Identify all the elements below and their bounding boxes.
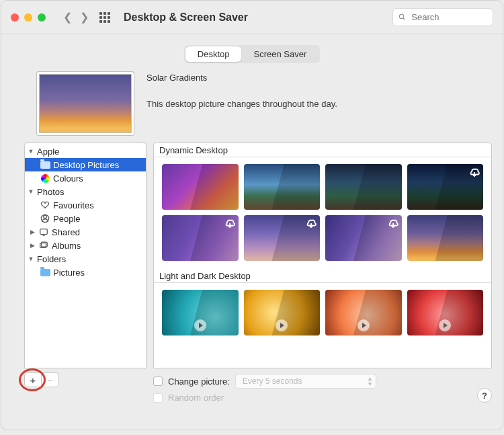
- close-window-button[interactable]: [11, 13, 19, 22]
- tree-group-folders[interactable]: ▼ Folders: [25, 252, 146, 266]
- zoom-window-button[interactable]: [38, 13, 46, 22]
- random-order-label: Random order: [168, 393, 224, 403]
- tree-item-label: People: [53, 214, 80, 224]
- tree-group-photos[interactable]: ▼ Photos: [25, 185, 146, 198]
- search-field[interactable]: [392, 8, 493, 26]
- svg-rect-4: [40, 229, 48, 235]
- search-icon: [398, 13, 406, 22]
- download-icon: [387, 218, 399, 230]
- section-header-dynamic: Dynamic Desktop: [154, 143, 491, 157]
- tab-desktop[interactable]: Desktop: [185, 46, 242, 62]
- tree-item-shared[interactable]: ▶ Shared: [25, 225, 146, 239]
- tabs-row: Desktop Screen Saver: [1, 34, 503, 69]
- change-picture-row: Change picture: Every 5 seconds ▴▾: [153, 374, 465, 389]
- wallpaper-thumb[interactable]: [244, 290, 321, 335]
- disclosure-icon: ▼: [28, 255, 34, 262]
- wallpaper-thumb[interactable]: [325, 215, 402, 261]
- wallpaper-thumb[interactable]: [244, 164, 321, 210]
- svg-line-1: [403, 18, 405, 20]
- current-desktop-desc: This desktop picture changes throughout …: [146, 99, 337, 109]
- nav-buttons: ❮ ❯: [63, 11, 89, 24]
- forward-button[interactable]: ❯: [80, 11, 89, 24]
- play-icon: [439, 319, 451, 331]
- remove-folder-button[interactable]: −: [42, 372, 59, 387]
- tree-group-apple[interactable]: ▼ Apple: [25, 145, 146, 158]
- tree-item-albums[interactable]: ▶ Albums: [25, 239, 146, 252]
- bottom-controls: + − Change picture: Every 5 seconds ▴▾ R…: [1, 368, 503, 408]
- change-picture-label: Change picture:: [168, 377, 230, 387]
- tab-group: Desktop Screen Saver: [184, 45, 320, 63]
- change-picture-checkbox[interactable]: [153, 377, 163, 386]
- content-split: ▼ Apple Desktop Pictures Colours ▼ Photo…: [1, 143, 503, 368]
- lightdark-thumb-grid: [154, 283, 491, 344]
- disclosure-icon: ▼: [28, 188, 34, 195]
- search-input[interactable]: [410, 11, 487, 23]
- select-value: Every 5 seconds: [243, 377, 302, 386]
- disclosure-icon: ▶: [29, 229, 36, 235]
- tree-group-label: Apple: [37, 147, 59, 157]
- chroma-icon: [40, 174, 50, 183]
- wallpaper-thumb[interactable]: [325, 164, 402, 210]
- play-icon: [358, 319, 370, 331]
- download-icon: [224, 218, 236, 230]
- wallpaper-thumb[interactable]: [407, 290, 484, 335]
- wallpaper-thumb[interactable]: [162, 164, 239, 210]
- tree-item-label: Colours: [53, 173, 83, 184]
- add-remove-group: + −: [24, 372, 146, 387]
- section-header-lightdark: Light and Dark Desktop: [154, 269, 491, 283]
- random-order-checkbox: [153, 393, 163, 403]
- download-icon: [305, 218, 317, 230]
- current-desktop-name: Solar Gradients: [146, 73, 337, 83]
- source-tree: ▼ Apple Desktop Pictures Colours ▼ Photo…: [25, 143, 146, 280]
- tree-item-label: Pictures: [53, 268, 85, 278]
- system-preferences-window: ❮ ❯ Desktop & Screen Saver Desktop Scree…: [1, 0, 503, 430]
- change-picture-options: Change picture: Every 5 seconds ▴▾ Rando…: [153, 372, 465, 403]
- back-button[interactable]: ❮: [63, 11, 72, 24]
- preview-text: Solar Gradients This desktop picture cha…: [146, 71, 337, 136]
- svg-point-0: [399, 14, 403, 18]
- tree-item-colours[interactable]: Colours: [25, 171, 146, 185]
- disclosure-icon: ▼: [28, 148, 34, 155]
- wallpaper-grid-panel[interactable]: Dynamic Desktop Light and Da: [153, 143, 492, 368]
- play-icon: [194, 319, 206, 331]
- minimize-window-button[interactable]: [24, 13, 32, 22]
- show-all-prefs-button[interactable]: [99, 12, 110, 23]
- tree-item-desktop-pictures[interactable]: Desktop Pictures: [25, 158, 146, 171]
- tab-screensaver[interactable]: Screen Saver: [241, 46, 319, 62]
- help-button[interactable]: ?: [477, 388, 492, 403]
- tree-item-label: Shared: [52, 227, 80, 237]
- current-desktop-preview: [36, 71, 134, 136]
- random-order-row: Random order: [153, 393, 465, 403]
- svg-point-2: [44, 215, 47, 219]
- disclosure-icon: ▶: [29, 242, 36, 249]
- wallpaper-thumb[interactable]: [162, 290, 239, 335]
- tree-group-label: Photos: [37, 187, 64, 197]
- dynamic-thumb-grid: [154, 157, 491, 269]
- album-icon: [38, 241, 49, 250]
- wallpaper-thumb[interactable]: [407, 215, 484, 261]
- play-icon: [276, 319, 288, 331]
- pane-title: Desktop & Screen Saver: [124, 11, 248, 24]
- source-sidebar[interactable]: ▼ Apple Desktop Pictures Colours ▼ Photo…: [24, 143, 146, 368]
- tree-item-people[interactable]: People: [25, 212, 146, 225]
- tree-group-label: Folders: [37, 254, 66, 264]
- wallpaper-thumb[interactable]: [162, 215, 239, 261]
- shared-icon: [38, 227, 49, 237]
- tree-item-label: Desktop Pictures: [53, 160, 119, 170]
- titlebar: ❮ ❯ Desktop & Screen Saver: [1, 1, 503, 34]
- tree-item-pictures[interactable]: Pictures: [25, 266, 146, 279]
- wallpaper-thumb[interactable]: [325, 290, 402, 335]
- preview-row: Solar Gradients This desktop picture cha…: [1, 69, 503, 143]
- folder-icon: [40, 269, 50, 276]
- wallpaper-thumb[interactable]: [407, 164, 484, 210]
- tree-item-label: Favourites: [53, 200, 94, 210]
- change-interval-select[interactable]: Every 5 seconds ▴▾: [235, 374, 376, 389]
- tree-item-label: Albums: [52, 241, 81, 251]
- tree-item-favourites[interactable]: Favourites: [25, 198, 146, 212]
- person-icon: [40, 214, 50, 223]
- add-folder-button[interactable]: +: [24, 372, 42, 387]
- wallpaper-thumb[interactable]: [244, 215, 321, 261]
- folder-icon: [40, 161, 50, 169]
- heart-icon: [40, 200, 50, 210]
- chevron-updown-icon: ▴▾: [368, 376, 372, 387]
